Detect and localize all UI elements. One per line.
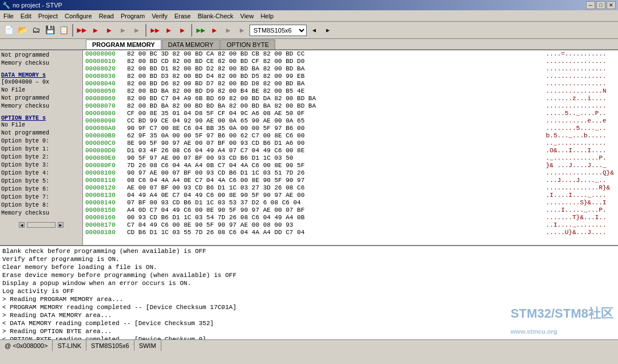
hex-row[interactable]: 00008090 CC BD 99 CE 04 92 90 AE 00 0A 6… <box>83 117 618 125</box>
read-data-button[interactable]: ▶ <box>103 24 116 37</box>
prog-opt-button[interactable]: ▶ <box>176 24 189 37</box>
menu-project[interactable]: Project <box>35 11 61 21</box>
open-button[interactable]: 📂 <box>16 24 29 37</box>
log-panel[interactable]: Blank check before programming (when ava… <box>0 245 618 339</box>
hex-ascii: ...............Q}& <box>544 169 618 177</box>
log-line: Blank check before programming (when ava… <box>2 247 616 255</box>
menu-erase[interactable]: Erase <box>171 11 195 21</box>
close-button[interactable]: ✕ <box>607 1 616 9</box>
hex-row[interactable]: 00008040 82 00 BD D6 82 00 BD D7 82 00 B… <box>83 80 618 88</box>
hex-row[interactable]: 00008110 08 C6 04 4A A4 0E C7 04 4A C6 0… <box>83 177 618 184</box>
option-byte-header[interactable]: OPTION BYTE s <box>1 115 81 121</box>
hex-addr: 00008160 <box>83 214 126 221</box>
verify-opt-button[interactable]: ▶ <box>222 24 235 37</box>
hex-row[interactable]: 00008000 82 00 BC 3D 82 00 BD CA 82 00 B… <box>83 50 618 58</box>
opt-file: No File <box>1 121 81 129</box>
opt-byte-6: Option byte 6: <box>1 185 81 193</box>
hex-row[interactable]: 00008140 07 BF 00 93 CD B6 D1 1C 03 53 3… <box>83 199 618 207</box>
menu-help[interactable]: Help <box>257 11 277 21</box>
hex-row[interactable]: 000080D0 D1 03 4F 26 08 C6 04 49 A4 07 C… <box>83 147 618 155</box>
minimize-button[interactable]: ─ <box>586 1 595 9</box>
prog-mem-button[interactable]: ▶ <box>163 24 175 37</box>
opt-byte-4: Option byte 4: <box>1 169 81 177</box>
hex-addr: 00008060 <box>83 95 126 102</box>
hex-ascii: ....=........... <box>544 50 618 58</box>
tab-program-memory[interactable]: PROGRAM MEMORY <box>86 39 161 49</box>
hex-bytes: 82 00 BD D3 82 00 BD D4 82 00 BD D5 82 0… <box>126 73 544 80</box>
hex-row[interactable]: 00008020 82 00 BD D1 82 00 BD D2 82 00 B… <box>83 65 618 73</box>
hex-rows-container: 00008000 82 00 BC 3D 82 00 BD CA 82 00 B… <box>83 50 618 236</box>
sep2 <box>145 24 146 37</box>
hex-row[interactable]: 00008120 AE 00 07 BF 00 93 CD B6 D1 1C 0… <box>83 184 618 192</box>
menu-blank-check[interactable]: Blank-Check <box>194 11 236 21</box>
verify-mem-button[interactable]: ▶ <box>208 24 221 37</box>
hex-row[interactable]: 000080C0 8E 90 5F 90 97 AE 00 07 BF 00 9… <box>83 140 618 147</box>
copy-button[interactable]: 📋 <box>57 24 70 37</box>
maximize-button[interactable]: □ <box>596 1 605 9</box>
stop-button[interactable]: ▶ <box>236 24 248 37</box>
menu-edit[interactable]: Edit <box>17 11 35 21</box>
hex-row[interactable]: 000080B0 62 9F 35 0A 00 00 5F 97 B6 00 6… <box>83 132 618 140</box>
hex-panel[interactable]: 00008000 82 00 BC 3D 82 00 BD CA 82 00 B… <box>83 50 618 245</box>
data-mem-range: [0x004000 – 0x <box>1 78 81 86</box>
log-line: > Reading PROGRAM MEMORY area... <box>2 295 616 303</box>
hex-row[interactable]: 00008160 00 93 CD B6 D1 1C 03 54 7D 26 0… <box>83 214 618 221</box>
verify-all-button[interactable]: ▶▶ <box>195 24 207 37</box>
hex-bytes: 82 00 BD BA 82 00 BD BD BA 82 00 BD BA 8… <box>126 102 544 110</box>
tab-data-memory[interactable]: DATA MEMORY <box>162 39 220 49</box>
read-prog-button[interactable]: ▶ <box>89 24 102 37</box>
scroll-left[interactable]: ◀ <box>19 222 25 228</box>
hex-row[interactable]: 00008130 04 49 A4 0E C7 04 49 C6 00 8E 9… <box>83 192 618 199</box>
new-button[interactable]: 📄 <box>2 24 15 37</box>
hex-ascii: ...............N <box>544 88 618 95</box>
nav-left[interactable]: ◀ <box>308 24 320 37</box>
read-all-button[interactable]: ▶▶ <box>76 24 88 37</box>
tab-option-byte[interactable]: OPTION BYTE <box>220 39 275 49</box>
menu-read[interactable]: Read <box>96 11 117 21</box>
menu-configure[interactable]: Configure <box>61 11 96 21</box>
hex-row[interactable]: 00008070 82 00 BD BA 82 00 BD BD BA 82 0… <box>83 102 618 110</box>
read-gray-button[interactable]: ▶ <box>130 24 143 37</box>
opt-byte-8: Option byte 8: <box>1 201 81 209</box>
hex-row[interactable]: 00008150 A4 0D C7 04 49 C6 00 8E 90 5F 9… <box>83 207 618 214</box>
data-memory-header[interactable]: DATA MEMORY s <box>1 72 81 78</box>
hex-ascii: }& ...J....J..._ <box>544 162 618 169</box>
device-select[interactable]: STM8S105x6 <box>249 25 307 36</box>
hex-row[interactable]: 00008060 82 00 BD C7 04 A9 6B BD 69 82 0… <box>83 95 618 102</box>
hex-row[interactable]: 00008180 CD B6 D1 1C 03 55 7D 26 08 C6 0… <box>83 229 618 236</box>
hex-bytes: 90 97 AE 00 07 BF 00 93 CD B6 D1 1C 03 5… <box>126 169 544 177</box>
hex-row[interactable]: 00008080 CF 00 8E 35 01 04 D8 5F CF 04 9… <box>83 110 618 117</box>
hex-addr: 00008010 <box>83 58 126 65</box>
read-opt-button[interactable]: ▶ <box>117 24 129 37</box>
hex-bytes: D1 03 4F 26 08 C6 04 49 A4 07 C7 04 49 C… <box>126 147 544 155</box>
menu-verify[interactable]: Verify <box>148 11 171 21</box>
hex-row[interactable]: 00008050 82 00 BD BA 82 00 BD D9 82 00 B… <box>83 88 618 95</box>
open2-button[interactable]: 🗂 <box>30 24 42 37</box>
hex-bytes: CF 00 8E 35 01 04 D8 5F CF 04 9C A6 08 A… <box>126 110 544 117</box>
hex-bytes: 82 00 BD BA 82 00 BD D9 82 00 B4 BE 82 0… <box>126 88 544 95</box>
hex-ascii: ................ <box>544 102 618 110</box>
nav-right[interactable]: ▶ <box>322 24 334 37</box>
hex-ascii: ....I....._...P. <box>544 207 618 214</box>
save-button[interactable]: 💾 <box>43 24 56 37</box>
hex-bytes: 07 BF 00 93 CD B6 D1 1C 03 53 37 D2 6 08… <box>126 199 544 207</box>
menu-program[interactable]: Program <box>117 11 148 21</box>
hex-row[interactable]: 00008010 82 00 BD CD 82 00 BD CE 82 00 B… <box>83 58 618 65</box>
opt-byte-7: Option byte 7: <box>1 193 81 201</box>
scroll-right[interactable]: ▶ <box>58 222 64 228</box>
menu-file[interactable]: File <box>0 11 17 21</box>
hex-row[interactable]: 00008030 82 00 BD D3 82 00 BD D4 82 00 B… <box>83 73 618 80</box>
hex-row[interactable]: 000080E0 90 5F 97 AE 00 07 BF 00 93 CD B… <box>83 155 618 162</box>
hex-row[interactable]: 000080A0 90 9F C7 00 8E C6 04 BB 35 0A 0… <box>83 125 618 132</box>
prog-all-button[interactable]: ▶▶ <box>149 24 161 37</box>
hex-row[interactable]: 00008100 90 97 AE 00 07 BF 00 93 CD B6 D… <box>83 169 618 177</box>
hex-row[interactable]: 00008170 C7 04 49 C6 00 8E 90 5F 90 97 A… <box>83 221 618 229</box>
status-device: STM8S105x6 <box>86 340 134 351</box>
hex-row[interactable]: 000080F0 7D 26 08 C6 04 4A A4 0B C7 04 4… <box>83 162 618 169</box>
hex-addr: 00008140 <box>83 199 126 207</box>
data-mem-checksum: Memory checksu <box>1 102 81 110</box>
menu-view[interactable]: View <box>237 11 258 21</box>
status-address: @ <0x008000> <box>0 340 53 351</box>
hex-ascii: ...........e...e <box>544 117 618 125</box>
hex-addr: 00008040 <box>83 80 126 88</box>
